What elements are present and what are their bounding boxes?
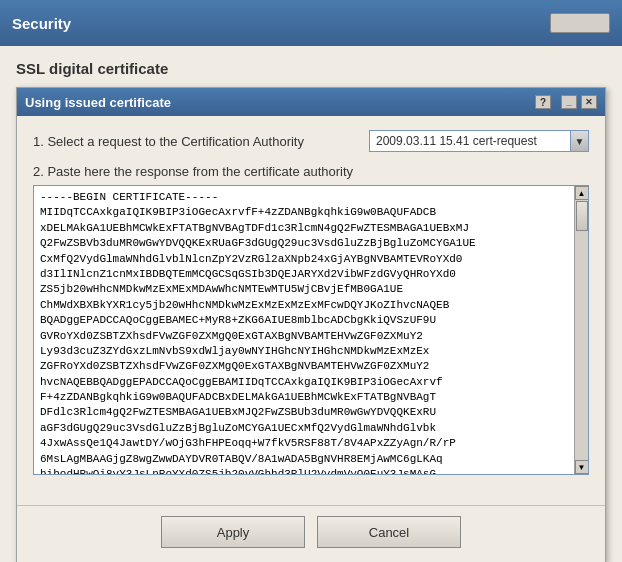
cert-dropdown[interactable]: 2009.03.11 15.41 cert-request ▼: [369, 130, 589, 152]
close-button[interactable]: ✕: [581, 95, 597, 109]
dialog-controls: ? _ ✕: [535, 95, 597, 109]
cert-textarea[interactable]: [34, 186, 574, 474]
scrollbar-thumb-area: [575, 200, 589, 460]
dialog-titlebar: Using issued certificate ? _ ✕: [17, 88, 605, 116]
cert-dropdown-arrow-icon[interactable]: ▼: [570, 131, 588, 151]
dialog: Using issued certificate ? _ ✕ 1. Select…: [16, 87, 606, 562]
step2-label: 2. Paste here the response from the cert…: [33, 164, 589, 179]
help-button[interactable]: ?: [535, 95, 551, 109]
page-title: SSL digital certificate: [16, 60, 606, 77]
minimize-button[interactable]: _: [561, 95, 577, 109]
apply-button[interactable]: Apply: [161, 516, 305, 548]
step1-label: 1. Select a request to the Certification…: [33, 134, 369, 149]
app-title: Security: [12, 15, 71, 32]
dialog-title: Using issued certificate: [25, 95, 171, 110]
cert-dropdown-value: 2009.03.11 15.41 cert-request: [370, 132, 570, 150]
step2: 2. Paste here the response from the cert…: [33, 164, 589, 475]
title-bar-controls: [550, 13, 610, 33]
scroll-up-button[interactable]: ▲: [575, 186, 589, 200]
cert-textarea-wrapper: ▲ ▼: [33, 185, 589, 475]
scroll-down-button[interactable]: ▼: [575, 460, 589, 474]
scrollbar-track: ▲ ▼: [574, 186, 588, 474]
page-area: SSL digital certificate Using issued cer…: [0, 46, 622, 562]
title-bar: Security: [0, 0, 622, 46]
scrollbar-thumb[interactable]: [576, 201, 588, 231]
dialog-content: 1. Select a request to the Certification…: [17, 116, 605, 501]
step1-row: 1. Select a request to the Certification…: [33, 130, 589, 152]
cancel-button[interactable]: Cancel: [317, 516, 461, 548]
dialog-footer: Apply Cancel: [17, 505, 605, 562]
